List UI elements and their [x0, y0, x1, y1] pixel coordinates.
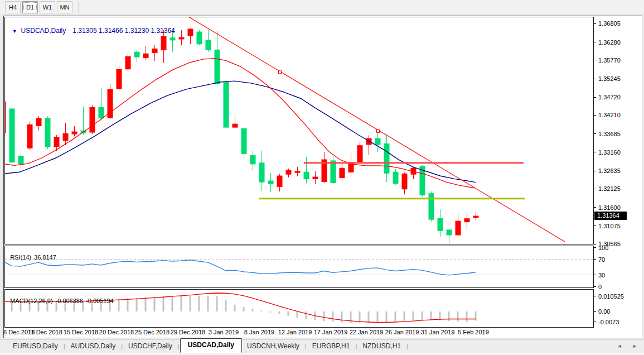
- svg-text:1.31600: 1.31600: [598, 204, 621, 211]
- svg-text:15 Dec 2018: 15 Dec 2018: [64, 329, 98, 335]
- svg-text:25 Dec 2018: 25 Dec 2018: [135, 329, 170, 335]
- current-price-tag: 1.31364: [594, 212, 627, 220]
- tab-separator: |: [406, 343, 409, 349]
- tab-nzdusd-h1[interactable]: NZDUSD,H1: [357, 340, 406, 352]
- svg-text:1.31364: 1.31364: [597, 212, 619, 219]
- svg-text:22 Jan 2019: 22 Jan 2019: [350, 329, 384, 335]
- svg-text:1.32635: 1.32635: [598, 167, 621, 174]
- trendline-anchor[interactable]: [377, 129, 380, 132]
- svg-text:20 Dec 2018: 20 Dec 2018: [99, 329, 134, 335]
- macd-signal-value: -0.005194: [86, 298, 114, 304]
- rsi-indicator-label: RSI(14)36.8147: [7, 247, 59, 261]
- macd-indicator-label: MACD(12,26,9)-0.006386-0.005194: [7, 291, 117, 304]
- timeframe-buttons: H4D1W1MN: [5, 1, 74, 13]
- chart-ohlc-values: 1.31305 1.31466 1.31230 1.31364: [72, 27, 175, 35]
- chart-symbol-label: USDCAD,Daily: [21, 27, 66, 35]
- svg-text:1.31075: 1.31075: [598, 223, 621, 229]
- chart-tabs: EURUSD,Daily|AUDUSD,Daily|USDCHF,Daily|U…: [8, 340, 409, 352]
- svg-text:1.34210: 1.34210: [598, 112, 621, 118]
- tab-eurgbp-h1[interactable]: EURGBP,H1: [307, 340, 355, 352]
- svg-text:0.010525: 0.010525: [598, 293, 624, 300]
- timeframe-button-mn[interactable]: MN: [57, 1, 72, 13]
- timeframe-button-h4[interactable]: H4: [5, 1, 21, 13]
- svg-text:0.00: 0.00: [598, 308, 610, 315]
- timeframe-toolbar: H4D1W1MN: [0, 0, 644, 15]
- svg-text:100: 100: [598, 244, 608, 251]
- tab-usdchf-daily[interactable]: USDCHF,Daily: [123, 340, 177, 352]
- svg-text:1.36280: 1.36280: [598, 39, 621, 46]
- status-strip: [0, 353, 644, 355]
- svg-text:3 Jan 2019: 3 Jan 2019: [209, 329, 239, 335]
- svg-text:11 Dec 2018: 11 Dec 2018: [28, 329, 62, 335]
- tab-usdcnh-weekly[interactable]: USDCNH,Weekly: [242, 340, 304, 352]
- svg-text:1.36805: 1.36805: [598, 20, 621, 27]
- svg-text:26 Jan 2019: 26 Jan 2019: [385, 329, 419, 335]
- svg-text:1.34720: 1.34720: [598, 94, 621, 100]
- rsi-name: RSI(14): [10, 254, 31, 261]
- svg-text:5 Feb 2019: 5 Feb 2019: [458, 329, 489, 335]
- svg-text:29 Dec 2018: 29 Dec 2018: [171, 329, 205, 335]
- rsi-value: 36.8147: [34, 254, 56, 261]
- trendline-anchor[interactable]: [279, 71, 282, 74]
- macd-name: MACD(12,26,9): [10, 298, 52, 304]
- toolbar-separator: [78, 1, 79, 13]
- tab-scroll-right-icon[interactable]: ►: [632, 343, 637, 349]
- svg-text:0: 0: [598, 284, 602, 290]
- svg-text:1.35245: 1.35245: [598, 75, 621, 82]
- tab-usdcad-daily[interactable]: USDCAD,Daily: [180, 338, 242, 353]
- tab-eurusd-daily[interactable]: EURUSD,Daily: [8, 340, 63, 352]
- svg-text:8 Jan 2019: 8 Jan 2019: [244, 329, 274, 335]
- svg-text:1.33685: 1.33685: [598, 131, 621, 137]
- timeframe-button-d1[interactable]: D1: [22, 1, 38, 13]
- svg-text:31 Jan 2019: 31 Jan 2019: [421, 329, 455, 335]
- timeframe-button-w1[interactable]: W1: [40, 1, 55, 13]
- svg-text:70: 70: [598, 256, 605, 263]
- symbol-dropdown-icon[interactable]: ▼: [12, 28, 17, 34]
- chart-title: ▼USDCAD,Daily1.31305 1.31466 1.31230 1.3…: [8, 19, 175, 35]
- svg-text:1.35770: 1.35770: [598, 57, 621, 64]
- svg-text:1.33160: 1.33160: [598, 149, 621, 156]
- svg-text:-0.0073: -0.0073: [598, 319, 619, 325]
- svg-text:12 Jan 2019: 12 Jan 2019: [278, 329, 312, 335]
- macd-main-value: -0.006386: [56, 298, 84, 304]
- time-axis[interactable]: 6 Dec 201811 Dec 201815 Dec 201820 Dec 2…: [3, 329, 489, 335]
- svg-text:1.32125: 1.32125: [598, 185, 621, 192]
- svg-text:17 Jan 2019: 17 Jan 2019: [314, 329, 348, 335]
- tab-separator: |: [177, 343, 180, 349]
- tab-scroll-left-icon[interactable]: ◄: [617, 343, 622, 349]
- svg-text:30: 30: [598, 272, 605, 279]
- chart-tabbar: EURUSD,Daily|AUDUSD,Daily|USDCHF,Daily|U…: [0, 339, 644, 353]
- mt4-window: { "toolbar": { "timeframes": [ {"label":…: [0, 0, 644, 355]
- tab-scroll-nav: ◄ ►: [608, 343, 637, 349]
- tab-audusd-daily[interactable]: AUDUSD,Daily: [66, 340, 121, 352]
